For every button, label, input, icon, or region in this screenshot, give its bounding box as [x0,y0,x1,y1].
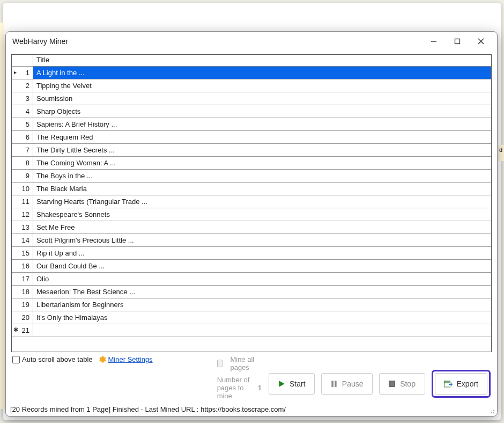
row-number-cell[interactable]: 15 [12,247,33,259]
svg-point-11 [491,412,492,413]
title-cell[interactable]: Olio [33,273,491,285]
auto-scroll-option[interactable]: Auto scroll above table [12,355,93,363]
export-button[interactable]: Export [435,373,487,395]
screen: d WebHarvy Miner Title 1▸A Light in the … [0,0,504,423]
row-number-cell[interactable]: 7 [12,144,33,156]
miner-settings-link[interactable]: Miner Settings [108,355,153,363]
table-row[interactable]: 6The Requiem Red [12,131,491,144]
title-cell[interactable]: Sharp Objects [33,105,491,118]
row-header-corner[interactable] [12,55,33,66]
title-cell[interactable]: The Coming Woman: A ... [33,157,491,169]
table-row[interactable]: 19Libertarianism for Beginners [12,298,491,311]
row-number-cell[interactable]: 18 [12,286,33,298]
row-number-cell[interactable]: 6 [12,131,33,143]
svg-marker-4 [279,381,285,387]
table-row[interactable]: 13Set Me Free [12,221,491,234]
new-row-marker-icon: ✱ [13,326,18,333]
row-number-cell[interactable]: 8 [12,157,33,169]
title-cell[interactable]: A Light in the ... [33,67,491,79]
table-row[interactable]: 21✱ [12,324,491,337]
close-button[interactable] [469,33,493,49]
table-row[interactable]: 16Our Band Could Be ... [12,260,491,273]
table-row[interactable]: 5Sapiens: A Brief History ... [12,118,491,131]
grid-header[interactable]: Title [12,55,491,67]
num-pages-value[interactable]: 1 [257,384,263,392]
minimize-icon [431,38,437,45]
stop-icon [388,380,396,388]
export-button-label: Export [457,380,478,388]
table-row[interactable]: 2Tipping the Velvet [12,79,491,92]
row-number-cell[interactable]: 5 [12,118,33,130]
title-cell[interactable]: Sapiens: A Brief History ... [33,118,491,130]
options-bar: Auto scroll above table Miner Settings M… [11,352,492,401]
mine-all-pages-label: Mine all pages [230,355,263,371]
table-row[interactable]: 3Soumission [12,92,491,105]
row-number-cell[interactable]: 9 [12,170,33,182]
title-cell[interactable]: Our Band Could Be ... [33,260,491,272]
minimize-button[interactable] [422,33,446,49]
pause-button[interactable]: Pause [321,373,373,395]
row-number-cell[interactable]: 12 [12,208,33,221]
row-number-cell[interactable]: 4 [12,105,33,118]
title-cell[interactable] [33,324,491,337]
table-row[interactable]: 14Scott Pilgrim's Precious Little ... [12,234,491,247]
table-row[interactable]: 15Rip it Up and ... [12,247,491,260]
title-cell[interactable]: Rip it Up and ... [33,247,491,259]
column-header-title[interactable]: Title [33,55,491,66]
titlebar[interactable]: WebHarvy Miner [6,32,497,51]
row-number-cell[interactable]: 2 [12,79,33,92]
title-cell[interactable]: The Black Maria [33,183,491,195]
table-row[interactable]: 18Mesaerion: The Best Science ... [12,286,491,298]
row-number-cell[interactable]: 11 [12,195,33,208]
row-number-cell[interactable]: 1▸ [12,67,33,79]
gear-icon [98,355,106,363]
num-pages-option: Number of pages to mine 1 [217,376,263,400]
table-row[interactable]: 9The Boys in the ... [12,170,491,183]
table-row[interactable]: 20It's Only the Himalayas [12,311,491,324]
row-number-cell[interactable]: 13 [12,221,33,234]
maximize-button[interactable] [446,33,469,49]
table-row[interactable]: 10The Black Maria [12,183,491,195]
results-grid[interactable]: Title 1▸A Light in the ...2Tipping the V… [11,54,492,352]
table-row[interactable]: 12Shakespeare's Sonnets [12,208,491,221]
resize-grip[interactable] [488,407,495,414]
row-number-cell[interactable]: 20 [12,311,33,324]
auto-scroll-checkbox[interactable] [12,356,20,363]
table-row[interactable]: 1▸A Light in the ... [12,67,491,79]
row-number-cell[interactable]: 19 [12,298,33,311]
title-cell[interactable]: Soumission [33,92,491,105]
title-cell[interactable]: Libertarianism for Beginners [33,298,491,311]
row-number-cell[interactable]: 3 [12,92,33,105]
table-row[interactable]: 8The Coming Woman: A ... [12,157,491,170]
table-row[interactable]: 4Sharp Objects [12,105,491,118]
export-icon [444,380,453,388]
row-number-cell[interactable]: 17 [12,273,33,285]
num-pages-label: Number of pages to mine [217,376,251,400]
svg-point-12 [493,410,494,411]
title-cell[interactable]: Mesaerion: The Best Science ... [33,286,491,298]
background-panel-left [0,23,4,409]
table-row[interactable]: 17Olio [12,273,491,286]
title-cell[interactable]: The Boys in the ... [33,170,491,182]
title-cell[interactable]: Starving Hearts (Triangular Trade ... [33,195,491,208]
row-number-cell[interactable]: 10 [12,183,33,195]
title-cell[interactable]: Scott Pilgrim's Precious Little ... [33,234,491,246]
table-row[interactable]: 7The Dirty Little Secrets ... [12,144,491,157]
title-cell[interactable]: The Dirty Little Secrets ... [33,144,491,156]
start-button[interactable]: Start [269,373,315,395]
title-cell[interactable]: Set Me Free [33,221,491,234]
title-cell[interactable]: It's Only the Himalayas [33,311,491,324]
grid-body[interactable]: 1▸A Light in the ...2Tipping the Velvet3… [12,67,491,352]
title-cell[interactable]: Shakespeare's Sonnets [33,208,491,221]
mine-all-pages-checkbox[interactable] [217,360,223,367]
row-number-cell[interactable]: 21✱ [12,324,33,337]
title-cell[interactable]: Tipping the Velvet [33,79,491,92]
svg-rect-5 [331,381,333,387]
status-bar: [20 Records mined from 1 Page] Finished … [6,402,497,416]
table-row[interactable]: 11Starving Hearts (Triangular Trade ... [12,195,491,208]
miner-window: WebHarvy Miner Title 1▸A Light in the ..… [5,31,498,417]
row-number-cell[interactable]: 16 [12,260,33,272]
stop-button[interactable]: Stop [379,373,425,395]
title-cell[interactable]: The Requiem Red [33,131,491,143]
row-number-cell[interactable]: 14 [12,234,33,246]
